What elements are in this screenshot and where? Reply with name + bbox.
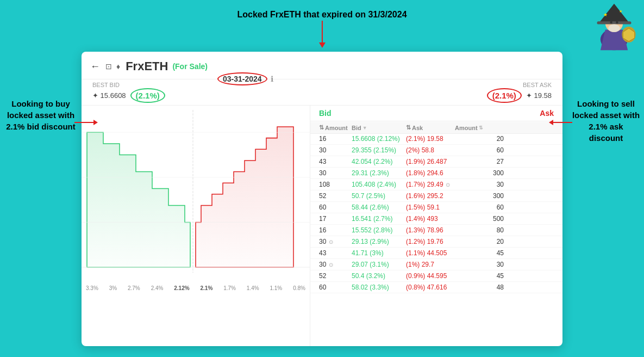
table-row[interactable]: 3029.355 (2.15%)(2%) 58.860 xyxy=(310,145,562,156)
best-ask-section: BEST ASK (2.1%) ✦ 19.58 xyxy=(487,82,552,103)
table-row[interactable]: 5250.4 (3.2%)(0.9%) 44.59545 xyxy=(310,270,562,282)
ob-amount-left: 16 xyxy=(319,226,352,234)
ob-ask-value: (1%) 29.7 xyxy=(406,261,455,268)
eth-icon: ♦ xyxy=(116,62,120,71)
ob-amount-left: 30 xyxy=(319,146,352,154)
table-row[interactable]: 5250.7 (2.5%)(1.6%) 295.2300 xyxy=(310,190,562,202)
ob-ask-value: (1.8%) 294.6 xyxy=(406,169,455,177)
top-arrow-line xyxy=(321,21,322,42)
x-label: 2.1% xyxy=(201,285,213,291)
table-row[interactable]: 4341.71 (3%)(1.1%) 44.50545 xyxy=(310,248,562,259)
ob-amount-right: 45 xyxy=(455,249,504,257)
ob-ask-label: Ask xyxy=(540,109,554,118)
ob-ask-value: (0.9%) 44.595 xyxy=(406,272,455,280)
x-label: 1.1% xyxy=(270,285,282,291)
ob-amount-right: 45 xyxy=(455,272,504,280)
x-label: 0.8% xyxy=(293,285,305,291)
ob-amount-left: 52 xyxy=(319,192,352,200)
sort-icon-amount-r: ⇅ xyxy=(479,125,483,131)
table-row[interactable]: 3029.31 (2.3%)(1.8%) 294.6300 xyxy=(310,168,562,179)
x-label: 1.4% xyxy=(247,285,259,291)
panel-content: 3.3% 3% 2.7% 2.4% 2.12% 2.1% 1.7% 1.4% 1… xyxy=(82,106,562,346)
ob-bid-value: 15.6608 (2.12%) xyxy=(352,135,406,143)
ob-amount-right: 80 xyxy=(455,226,504,234)
ob-bid-ask-header: Bid Ask xyxy=(310,106,562,121)
ob-amount-right: 48 xyxy=(455,284,504,291)
ob-amount-right: 27 xyxy=(455,158,504,165)
ob-col-headers: ⇅ Amount Bid ▼ ⇅ Ask Amount ⇅ xyxy=(310,122,562,134)
sort-icon-l: ⇅ xyxy=(319,124,324,131)
bid-value: ✦ 15.6608 (2.1%) xyxy=(92,88,165,103)
ob-amount-left: 30 ⊙ xyxy=(319,238,352,245)
best-bid-label: BEST BID xyxy=(92,82,165,88)
ob-bid-value: 50.4 (3.2%) xyxy=(352,272,406,280)
col-header-bid[interactable]: Bid ▼ xyxy=(352,124,406,131)
right-annotation: Looking to sell locked asset with 2.1% a… xyxy=(571,98,641,144)
ob-amount-right: 500 xyxy=(455,215,504,223)
col-header-amount-r[interactable]: Amount ⇅ xyxy=(455,124,504,131)
svg-point-5 xyxy=(610,21,612,24)
table-row[interactable]: 4342.054 (2.2%)(1.9%) 26.48727 xyxy=(310,156,562,168)
ob-amount-right: 20 xyxy=(455,135,504,143)
pin-icon[interactable]: ⊡ xyxy=(105,62,112,71)
chart-area: 3.3% 3% 2.7% 2.4% 2.12% 2.1% 1.7% 1.4% 1… xyxy=(82,106,310,346)
row-icon-left[interactable]: ⊙ xyxy=(327,262,333,268)
right-annotation-text: Looking to sell locked asset with 2.1% a… xyxy=(572,99,640,143)
table-row[interactable]: 1615.552 (2.8%)(1.3%) 78.9680 xyxy=(310,225,562,236)
for-sale-badge: (For Sale) xyxy=(172,62,208,71)
ask-pct-circle: (2.1%) xyxy=(487,88,522,103)
row-icon-left[interactable]: ⊙ xyxy=(327,239,333,245)
wizard-icon: ★ ★ xyxy=(590,3,639,52)
header-icons: ⊡ ♦ xyxy=(105,62,120,71)
ob-ask-value: (1.6%) 295.2 xyxy=(406,192,455,200)
table-row[interactable]: 30 ⊙29.13 (2.9%)(1.2%) 19.7620 xyxy=(310,236,562,248)
back-button[interactable]: ← xyxy=(90,61,100,72)
table-row[interactable]: 1615.6608 (2.12%)(2.1%) 19.5820 xyxy=(310,133,562,145)
ob-amount-left: 30 ⊙ xyxy=(319,261,352,268)
x-label: 2.4% xyxy=(151,285,164,291)
x-axis-labels: 3.3% 3% 2.7% 2.4% 2.12% 2.1% 1.7% 1.4% 1… xyxy=(82,284,310,291)
table-row[interactable]: 6058.44 (2.6%)(1.5%) 59.160 xyxy=(310,202,562,213)
table-row[interactable]: 1716.541 (2.7%)(1.4%) 493500 xyxy=(310,213,562,225)
svg-point-6 xyxy=(616,21,618,24)
ob-amount-left: 60 xyxy=(319,204,352,211)
table-row[interactable]: 108105.408 (2.4%)(1.7%) 29.49 ⊙30 xyxy=(310,179,562,190)
svg-text:★: ★ xyxy=(603,12,608,17)
ob-amount-left: 17 xyxy=(319,215,352,223)
col-header-ask[interactable]: ⇅ Ask xyxy=(406,124,455,131)
sort-icon-ask: ⇅ xyxy=(406,124,411,131)
ob-bid-value: 16.541 (2.7%) xyxy=(352,215,406,223)
ob-bid-value: 105.408 (2.4%) xyxy=(352,181,406,188)
ob-ask-value: (1.7%) 29.49 ⊙ xyxy=(406,181,455,188)
ob-amount-right: 20 xyxy=(455,238,504,245)
ob-bid-value: 15.552 (2.8%) xyxy=(352,226,406,234)
ob-ask-value: (1.9%) 26.487 xyxy=(406,158,455,165)
ask-price: ✦ 19.58 xyxy=(526,91,552,100)
x-label: 3.3% xyxy=(86,285,98,291)
panel-header: ← ⊡ ♦ FrxETH (For Sale) 03-31-2024 ℹ xyxy=(82,52,562,79)
x-label: 2.12% xyxy=(174,285,189,291)
top-annotation-text: Locked FrxETH that expired on 31/3/2024 xyxy=(237,10,407,20)
top-annotation: Locked FrxETH that expired on 31/3/2024 xyxy=(237,10,407,48)
ob-amount-right: 300 xyxy=(455,169,504,177)
ob-ask-value: (1.2%) 19.76 xyxy=(406,238,455,245)
ob-bid-value: 50.7 (2.5%) xyxy=(352,192,406,200)
ob-amount-left: 52 xyxy=(319,272,352,280)
ob-amount-left: 60 xyxy=(319,284,352,291)
ob-rows-container: 1615.6608 (2.12%)(2.1%) 19.58203029.355 … xyxy=(310,133,562,293)
orderbook-area[interactable]: Bid Ask ⇅ Amount Bid ▼ ⇅ Ask Amount xyxy=(310,106,562,346)
info-icon[interactable]: ℹ xyxy=(271,75,273,83)
table-row[interactable]: 6058.02 (3.3%)(0.8%) 47.61648 xyxy=(310,282,562,293)
table-row[interactable]: 30 ⊙29.07 (3.1%)(1%) 29.730 xyxy=(310,259,562,270)
main-panel: ← ⊡ ♦ FrxETH (For Sale) 03-31-2024 ℹ BES… xyxy=(82,52,562,346)
ob-ask-value: (1.5%) 59.1 xyxy=(406,204,455,211)
row-icon-right[interactable]: ⊙ xyxy=(445,182,451,188)
x-label: 3% xyxy=(109,285,117,291)
col-header-amount-l[interactable]: ⇅ Amount xyxy=(319,124,352,131)
sort-icon-bid: ▼ xyxy=(362,125,367,131)
best-bid-section: BEST BID ✦ 15.6608 (2.1%) xyxy=(92,82,165,103)
svg-point-7 xyxy=(608,24,620,32)
asset-title: FrxETH xyxy=(126,59,168,73)
ob-bid-value: 29.13 (2.9%) xyxy=(352,238,406,245)
ob-amount-left: 16 xyxy=(319,135,352,143)
